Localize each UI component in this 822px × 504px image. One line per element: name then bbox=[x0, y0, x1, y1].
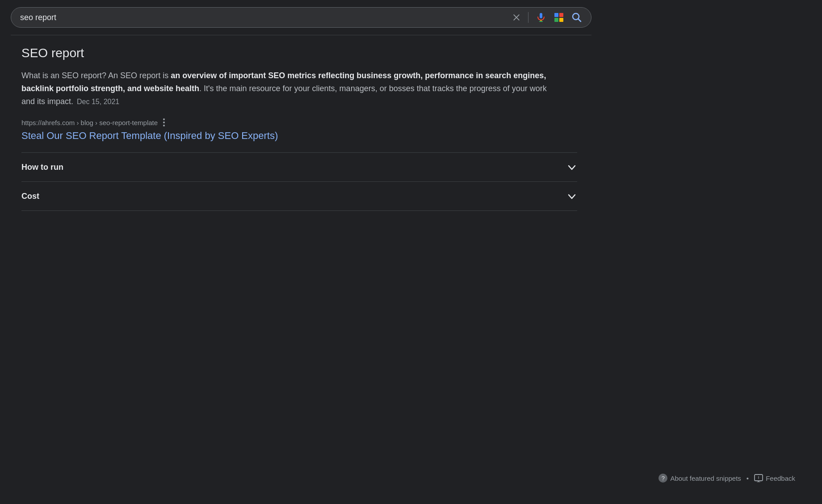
expandable-row-how-to-run[interactable]: How to run bbox=[21, 152, 577, 181]
url-menu-icon[interactable] bbox=[163, 118, 165, 126]
snippet-description: What is an SEO report? An SEO report is … bbox=[21, 69, 558, 108]
chevron-down-icon-2 bbox=[566, 191, 577, 202]
expandable-label-how-to-run: How to run bbox=[21, 163, 63, 172]
feedback-icon: ! bbox=[754, 474, 763, 482]
lens-icon[interactable] bbox=[554, 12, 564, 23]
snippet-desc-before: What is an SEO report? An SEO report is bbox=[21, 71, 171, 80]
feedback-label: Feedback bbox=[766, 475, 795, 482]
search-divider bbox=[528, 12, 528, 23]
svg-rect-3 bbox=[554, 13, 558, 17]
footer-separator: • bbox=[747, 475, 749, 482]
microphone-icon[interactable] bbox=[536, 12, 546, 23]
search-icons-group bbox=[512, 12, 582, 23]
svg-rect-5 bbox=[554, 18, 558, 22]
footer-row: ? About featured snippets • ! Feedback bbox=[658, 474, 795, 483]
url-line: https://ahrefs.com › blog › seo-report-t… bbox=[21, 118, 577, 126]
svg-rect-4 bbox=[559, 13, 563, 17]
snippet-date: Dec 15, 2021 bbox=[77, 98, 119, 105]
about-snippets-label: About featured snippets bbox=[670, 475, 741, 482]
result-url: https://ahrefs.com › blog › seo-report-t… bbox=[21, 119, 158, 126]
search-query-text: seo report bbox=[20, 13, 507, 22]
svg-text:!: ! bbox=[758, 475, 759, 480]
search-bar: seo report bbox=[11, 7, 591, 28]
svg-rect-2 bbox=[540, 13, 542, 18]
expandable-row-cost[interactable]: Cost bbox=[21, 181, 577, 211]
svg-line-8 bbox=[579, 19, 581, 22]
search-bar-container: seo report bbox=[0, 0, 822, 35]
question-icon: ? bbox=[658, 474, 667, 483]
chevron-down-icon-1 bbox=[566, 162, 577, 172]
result-link[interactable]: Steal Our SEO Report Template (Inspired … bbox=[21, 130, 577, 142]
svg-rect-6 bbox=[559, 18, 563, 22]
about-snippets-button[interactable]: ? About featured snippets bbox=[658, 474, 741, 483]
main-content: SEO report What is an SEO report? An SEO… bbox=[0, 35, 599, 222]
feedback-button[interactable]: ! Feedback bbox=[754, 474, 795, 482]
expandable-label-cost: Cost bbox=[21, 192, 39, 201]
snippet-title: SEO report bbox=[21, 46, 577, 60]
search-submit-icon[interactable] bbox=[571, 12, 582, 23]
close-icon[interactable] bbox=[512, 13, 521, 22]
